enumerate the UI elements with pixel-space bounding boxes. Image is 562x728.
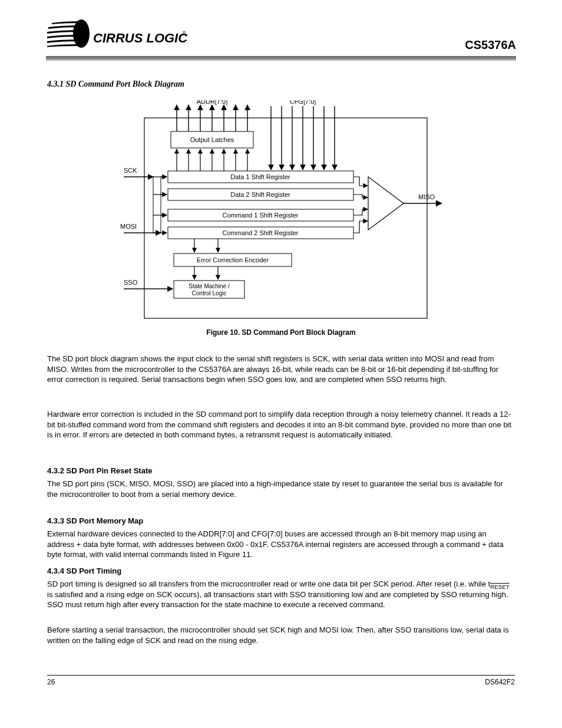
paragraph-6: Before starting a serial transaction, th… [47, 625, 515, 645]
label-cfg: CFG[7:0] [290, 100, 316, 105]
block-diagram-figure: ADDR[7:0] CFG[7:0] Output Latches [118, 100, 445, 342]
label-mosi: MOSI [120, 223, 137, 230]
block-data2: Data 2 Shift Register [230, 191, 290, 198]
svg-point-0 [73, 19, 90, 48]
cirrus-logic-logo: CIRRUS LOGIC ® [46, 18, 187, 53]
label-sck: SCK [124, 167, 137, 174]
paragraph-3: The SD port pins (SCK, MISO, MOSI, SSO) … [47, 479, 515, 499]
block-output-latches: Output Latches [190, 136, 234, 143]
label-miso: MISO [418, 193, 435, 200]
footer-doc-ref: DS642F2 [485, 678, 515, 686]
block-data1: Data 1 Shift Register [230, 173, 290, 180]
block-state-machine-l2: Control Logic [192, 290, 227, 297]
block-cmd2: Command 2 Shift Register [223, 229, 299, 236]
page-header: CIRRUS LOGIC ® CS5376A [46, 18, 516, 68]
footer-page-number: 26 [47, 678, 55, 686]
logo-swoosh-icon [47, 19, 90, 48]
block-cmd1: Command 1 Shift Register [223, 212, 299, 219]
figure-caption: Figure 10. SD Command Port Block Diagram [206, 328, 355, 337]
label-sso: SSO [124, 279, 138, 286]
header-rule [46, 56, 516, 61]
doc-id: CS5376A [465, 38, 516, 52]
paragraph-4: External hardware devices connected to t… [47, 529, 515, 560]
paragraph-2: Hardware error correction is included in… [47, 409, 515, 440]
block-ecorr: Error Correction Encoder [197, 256, 269, 263]
svg-text:®: ® [183, 31, 186, 35]
paragraph-5: SD port timing is designed so all transf… [47, 579, 515, 610]
block-state-machine-l1: State Machine / [189, 283, 230, 289]
page-footer: 26 DS642F2 [47, 675, 515, 686]
subheading-4-3-3: 4.3.3 SD Port Memory Map [47, 516, 515, 526]
label-addr: ADDR[7:0] [197, 100, 228, 105]
mux-triangle-icon [368, 177, 404, 230]
subheading-4-3-2: 4.3.2 SD Port Pin Reset State [47, 466, 515, 476]
paragraph-1: The SD port block diagram shows the inpu… [47, 354, 515, 385]
subheading-4-3-4: 4.3.4 SD Port Timing [47, 566, 515, 577]
logo-text: CIRRUS LOGIC [93, 31, 187, 45]
section-title: 4.3.1 SD Command Port Block Diagram [47, 80, 184, 89]
